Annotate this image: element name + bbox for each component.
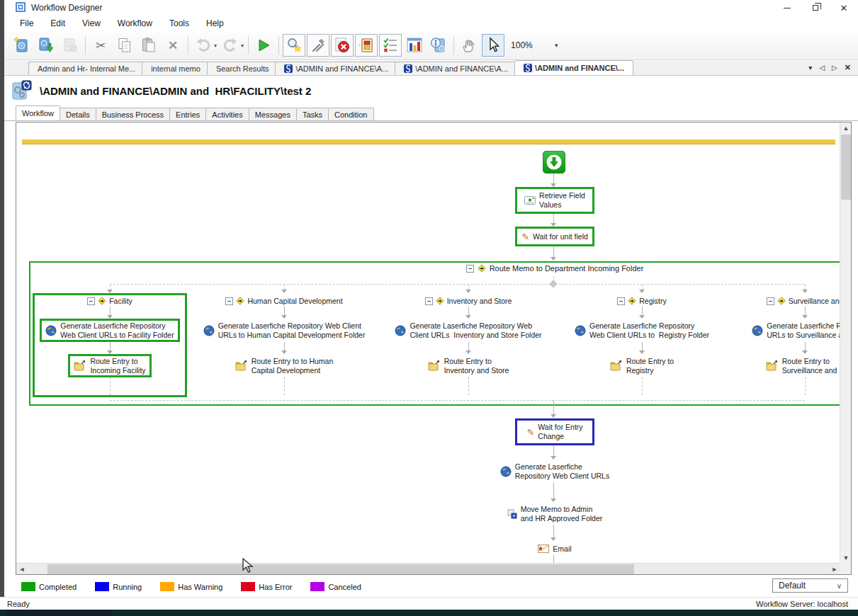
zoom-dropdown-icon[interactable]: ▾ xyxy=(555,42,558,49)
node-retrieve-field-values[interactable]: Retrieve FieldValues xyxy=(515,187,594,214)
collapse-icon[interactable] xyxy=(767,297,774,305)
collapse-icon[interactable] xyxy=(225,297,233,305)
workflow-canvas[interactable]: Retrieve FieldValues ✎ Wait for unit fie… xyxy=(16,122,852,575)
connector xyxy=(553,214,554,223)
errors-button[interactable] xyxy=(331,34,354,57)
node-wait-for-entry-change[interactable]: ✎ Wait for EntryChange xyxy=(515,418,594,445)
scrollbar-corner xyxy=(840,563,851,574)
collapse-icon[interactable] xyxy=(425,297,433,305)
node-generate-urls-registry[interactable]: Generate Laserfiche RepositoryWeb Client… xyxy=(569,319,715,342)
node-generate-urls-facility[interactable]: Generate Laserfiche RepositoryWeb Client… xyxy=(40,319,179,342)
task-list-button[interactable] xyxy=(379,34,402,57)
branch-registry[interactable]: Registry Generate Laserfiche RepositoryW… xyxy=(564,293,720,397)
menu-view[interactable]: View xyxy=(74,16,109,31)
vertical-scroll-thumb[interactable] xyxy=(841,135,851,200)
globe-icon xyxy=(752,325,763,336)
tab-tasks[interactable]: Tasks xyxy=(296,108,329,120)
collapse-icon[interactable] xyxy=(466,265,474,273)
vertical-scrollbar[interactable]: ▲ ▼ xyxy=(840,122,851,564)
copy-button[interactable] xyxy=(113,34,136,57)
run-button[interactable] xyxy=(252,34,275,57)
scroll-up-icon[interactable]: ▲ xyxy=(840,122,852,134)
node-move-memo[interactable]: Move Memo to Adminand HR Approved Folder xyxy=(484,503,626,525)
node-generate-urls-inventory[interactable]: Generate Laserfiche Repository WebClient… xyxy=(389,319,547,342)
paste-button[interactable] xyxy=(137,34,160,57)
tab-scroll-right-icon[interactable]: ▷ xyxy=(832,64,837,72)
save-workflow-button[interactable] xyxy=(59,34,81,57)
scroll-right-icon[interactable]: ► xyxy=(829,564,840,575)
node-generate-urls-hcd[interactable]: Generate Laserfiche Repository Web Clien… xyxy=(198,319,371,342)
workflow-info-button[interactable] xyxy=(427,34,450,57)
tab-entries[interactable]: Entries xyxy=(169,108,206,120)
tab-label: Search Results xyxy=(216,64,269,73)
horizontal-scroll-thumb[interactable] xyxy=(47,564,634,574)
node-route-entry-registry[interactable]: Route Entry toRegistry xyxy=(604,354,679,377)
activity-view-button[interactable] xyxy=(355,34,378,57)
tab-list-dropdown-icon[interactable]: ▾ xyxy=(808,64,812,72)
workflow-path-title: \ADMIN and FINANCE\ADMIN and HR\FACILITY… xyxy=(40,85,311,97)
branch-human-capital-development[interactable]: Human Capital Development Generate Laser… xyxy=(206,293,362,397)
open-workflow-button[interactable] xyxy=(35,34,57,57)
new-workflow-button[interactable] xyxy=(11,34,33,57)
select-tool-button[interactable] xyxy=(482,34,504,57)
tab-workflow-active[interactable]: \ADMIN and FINANCE\... xyxy=(514,60,633,75)
restore-button[interactable] xyxy=(801,0,830,16)
statistics-button[interactable] xyxy=(403,34,426,57)
branch-inventory-and-store[interactable]: Inventory and Store Generate Laserfiche … xyxy=(390,293,546,397)
branch-surveillance[interactable]: Surveillance and Generate Laserfiche Rep… xyxy=(727,293,840,397)
workflow-diagram[interactable]: Retrieve FieldValues ✎ Wait for unit fie… xyxy=(16,122,840,564)
legend-label: Has Error xyxy=(259,583,292,591)
node-route-entry-facility[interactable]: Route Entry toIncoming Facility xyxy=(68,354,151,377)
profile-select[interactable]: Default ∨ xyxy=(772,578,848,593)
tab-workflow-2[interactable]: \ADMIN and FINANCE\A... xyxy=(395,62,517,75)
start-node[interactable] xyxy=(543,151,565,176)
delete-button[interactable]: ✕ xyxy=(162,34,184,57)
close-button[interactable]: ✕ xyxy=(830,0,858,16)
tab-condition[interactable]: Condition xyxy=(328,108,373,120)
tab-business-process[interactable]: Business Process xyxy=(96,108,170,120)
workflow-designer-window: Workflow Designer ✕ File Edit View Workf… xyxy=(0,0,858,616)
rule-band[interactable] xyxy=(22,139,835,144)
tab-admin-internal-memo[interactable]: Admin and Hr- Internal Me... xyxy=(28,62,145,75)
menu-edit[interactable]: Edit xyxy=(42,16,74,31)
tab-workflow-1[interactable]: \ADMIN and FINANCE\A... xyxy=(275,62,397,75)
node-wait-for-unit-field[interactable]: ✎ Wait for unit field xyxy=(515,227,594,246)
container-header[interactable]: Route Memo to Department Incoming Folder xyxy=(420,264,689,273)
node-route-entry-inventory[interactable]: Route Entry toInventory and Store xyxy=(422,354,515,377)
node-route-entry-surveillance[interactable]: Route Entry toSurveillance and S xyxy=(760,354,840,377)
tab-details[interactable]: Details xyxy=(60,108,96,120)
menu-file[interactable]: File xyxy=(11,16,42,31)
node-label: Generate Laserfiche Repository xyxy=(589,321,709,331)
cut-button[interactable]: ✂ xyxy=(89,34,112,57)
scroll-left-icon[interactable]: ◄ xyxy=(16,564,28,575)
menu-workflow[interactable]: Workflow xyxy=(109,16,161,31)
menu-tools[interactable]: Tools xyxy=(161,16,198,31)
connector-arrow xyxy=(551,257,556,261)
tab-internal-memo[interactable]: internal memo xyxy=(142,62,210,75)
find-activity-button[interactable] xyxy=(283,34,305,57)
redo-button[interactable] xyxy=(219,34,242,57)
tools-options-button[interactable] xyxy=(307,34,329,57)
node-route-entry-hcd[interactable]: Route Entry to to HumanCapital Developme… xyxy=(230,354,339,377)
collapse-icon[interactable] xyxy=(87,297,95,305)
connector xyxy=(553,482,554,498)
mouse-cursor xyxy=(242,558,254,574)
undo-button[interactable] xyxy=(192,34,215,57)
tab-activities[interactable]: Activities xyxy=(205,108,249,120)
tab-scroll-left-icon[interactable]: ◁ xyxy=(819,64,825,72)
collapse-icon[interactable] xyxy=(617,297,625,305)
tab-messages[interactable]: Messages xyxy=(249,108,297,120)
zoom-level-value[interactable]: 100% xyxy=(511,40,545,50)
horizontal-scrollbar[interactable]: ◄ ► xyxy=(16,563,840,574)
tab-close-icon[interactable]: ✕ xyxy=(845,63,851,72)
pan-tool-button[interactable] xyxy=(458,34,480,57)
tab-search-results[interactable]: Search Results xyxy=(207,62,278,75)
menu-help[interactable]: Help xyxy=(198,16,232,31)
minimize-button[interactable] xyxy=(773,0,801,16)
branch-facility[interactable]: Facility Generate Laserfiche RepositoryW… xyxy=(33,293,187,397)
scroll-down-icon[interactable]: ▼ xyxy=(840,552,852,564)
tab-workflow-view[interactable]: Workflow xyxy=(16,105,60,120)
node-email[interactable]: Email xyxy=(512,542,597,555)
node-generate-web-client-urls[interactable]: Generate LaserficheRepository Web Client… xyxy=(484,461,626,482)
node-generate-urls-surveillance[interactable]: Generate Laserfiche ReposURLs to Surveil… xyxy=(746,319,840,342)
